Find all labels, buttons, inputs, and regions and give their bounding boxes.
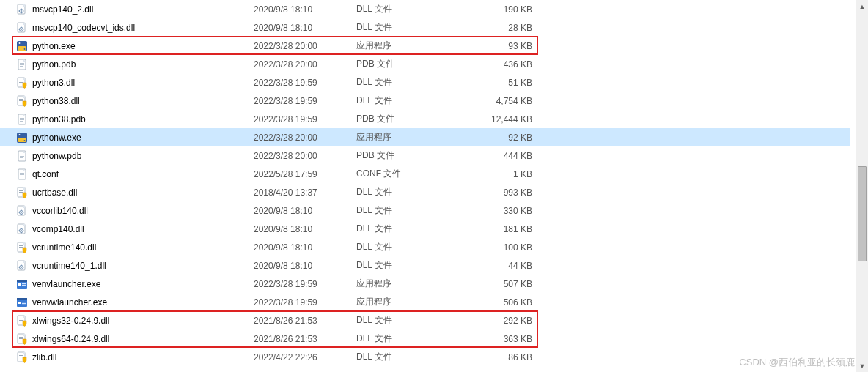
file-type: DLL 文件 xyxy=(356,351,452,363)
file-type: DLL 文件 xyxy=(356,241,452,253)
file-type: DLL 文件 xyxy=(356,76,452,89)
svg-rect-19 xyxy=(20,63,24,64)
file-size: 4,754 KB xyxy=(452,96,540,106)
file-name: python38.pdb xyxy=(32,114,254,124)
svg-rect-15 xyxy=(18,46,26,51)
svg-rect-67 xyxy=(21,264,22,265)
svg-rect-85 xyxy=(19,337,23,338)
python-icon xyxy=(16,40,28,52)
svg-rect-6 xyxy=(23,10,23,11)
file-size: 28 KB xyxy=(452,23,540,33)
svg-rect-72 xyxy=(17,280,27,282)
file-row[interactable]: venvwlauncher.exe2022/3/28 19:59应用程序506 … xyxy=(0,293,850,311)
file-date: 2022/3/28 19:59 xyxy=(254,78,356,88)
svg-point-49 xyxy=(21,212,22,213)
file-row[interactable]: xlwings32-0.24.9.dll2021/8/26 21:53DLL 文… xyxy=(0,311,850,330)
svg-rect-5 xyxy=(18,10,19,11)
python-icon xyxy=(16,132,28,144)
file-row[interactable]: zlib.dll2022/4/22 22:26DLL 文件86 KB xyxy=(0,348,850,366)
file-name: venvlauncher.exe xyxy=(32,279,254,289)
svg-rect-52 xyxy=(18,212,19,212)
svg-rect-20 xyxy=(20,64,24,65)
scrollbar-track[interactable] xyxy=(856,12,868,360)
file-icon xyxy=(16,150,28,162)
file-row[interactable]: python.pdb2022/3/28 20:00PDB 文件436 KB xyxy=(0,55,850,73)
file-date: 2020/9/8 18:10 xyxy=(254,4,356,15)
file-row[interactable]: vcomp140.dll2020/9/8 18:10DLL 文件181 KB xyxy=(0,220,850,238)
file-size: 444 KB xyxy=(452,151,540,161)
file-row[interactable]: python3.dll2022/3/28 19:59DLL 文件51 KB xyxy=(0,73,850,92)
file-size: 363 KB xyxy=(452,334,540,344)
dll-shield-icon xyxy=(16,242,28,253)
dll-icon xyxy=(16,4,28,15)
file-date: 2022/3/28 20:00 xyxy=(254,151,356,161)
file-row[interactable]: xlwings64-0.24.9.dll2021/8/26 21:53DLL 文… xyxy=(0,330,850,348)
svg-rect-88 xyxy=(19,355,23,356)
file-list[interactable]: msvcp140_2.dll2020/9/8 18:10DLL 文件190 KB… xyxy=(0,0,850,372)
file-row[interactable]: pythonw.pdb2022/3/28 20:00PDB 文件444 KB xyxy=(0,146,850,165)
file-date: 2022/3/28 19:59 xyxy=(254,279,356,289)
svg-rect-26 xyxy=(19,99,23,100)
svg-point-2 xyxy=(21,10,22,12)
svg-point-17 xyxy=(24,48,26,50)
svg-rect-82 xyxy=(19,319,23,319)
file-name: msvcp140_codecvt_ids.dll xyxy=(32,23,254,33)
file-date: 2020/9/8 18:10 xyxy=(254,261,356,271)
file-row[interactable]: venvlauncher.exe2022/3/28 19:59应用程序507 K… xyxy=(0,275,850,293)
svg-point-66 xyxy=(21,267,22,268)
svg-rect-21 xyxy=(20,66,23,67)
file-size: 51 KB xyxy=(452,78,540,88)
file-size: 507 KB xyxy=(452,279,540,289)
file-name: venvwlauncher.exe xyxy=(32,297,254,308)
file-name: vccorlib140.dll xyxy=(32,206,254,216)
dll-shield-icon xyxy=(16,315,28,327)
svg-rect-11 xyxy=(21,31,22,31)
exe-icon xyxy=(16,278,28,290)
file-name: zlib.dll xyxy=(32,352,254,362)
file-type: DLL 文件 xyxy=(356,204,452,217)
file-date: 2022/3/28 19:59 xyxy=(254,114,356,124)
file-size: 1 KB xyxy=(452,169,540,179)
file-row[interactable]: ucrtbase.dll2018/4/20 13:37DLL 文件993 KB xyxy=(0,183,850,201)
scroll-down-button[interactable]: ▼ xyxy=(856,360,868,372)
file-row[interactable]: vccorlib140.dll2020/9/8 18:10DLL 文件330 K… xyxy=(0,201,850,220)
svg-point-34 xyxy=(19,134,21,135)
svg-rect-12 xyxy=(18,29,19,29)
svg-rect-43 xyxy=(20,176,23,176)
svg-rect-42 xyxy=(20,174,24,175)
file-row[interactable]: vcruntime140.dll2020/9/8 18:10DLL 文件100 … xyxy=(0,238,850,256)
file-date: 2022/3/28 20:00 xyxy=(254,59,356,70)
vertical-scrollbar[interactable]: ▲ ▼ xyxy=(856,0,868,372)
file-type: PDB 文件 xyxy=(356,58,452,70)
file-type: DLL 文件 xyxy=(356,259,452,272)
dll-icon xyxy=(16,205,28,217)
file-row[interactable]: msvcp140_codecvt_ids.dll2020/9/8 18:10DL… xyxy=(0,18,850,37)
file-name: xlwings32-0.24.9.dll xyxy=(32,316,254,326)
file-row[interactable]: pythonw.exe2022/3/28 20:00应用程序92 KB xyxy=(0,128,850,146)
file-row[interactable]: qt.conf2022/5/28 17:59CONF 文件1 KB xyxy=(0,165,850,183)
file-size: 12,444 KB xyxy=(452,114,540,124)
file-icon xyxy=(16,114,28,125)
file-date: 2022/5/28 17:59 xyxy=(254,169,356,179)
file-type: DLL 文件 xyxy=(356,332,452,345)
file-type: 应用程序 xyxy=(356,40,452,52)
scroll-up-button[interactable]: ▲ xyxy=(856,0,868,12)
file-row[interactable]: python38.dll2022/3/28 19:59DLL 文件4,754 K… xyxy=(0,92,850,110)
file-row[interactable]: python38.pdb2022/3/28 19:59PDB 文件12,444 … xyxy=(0,110,850,128)
svg-rect-53 xyxy=(23,212,23,212)
dll-shield-icon xyxy=(16,95,28,107)
dll-shield-icon xyxy=(16,333,28,345)
file-date: 2022/3/28 20:00 xyxy=(254,133,356,143)
file-row[interactable]: msvcp140_2.dll2020/9/8 18:10DLL 文件190 KB xyxy=(0,0,850,18)
svg-rect-13 xyxy=(23,29,23,29)
svg-rect-78 xyxy=(18,302,21,304)
file-size: 436 KB xyxy=(452,59,540,70)
file-name: pythonw.exe xyxy=(32,133,254,143)
file-row[interactable]: python.exe2022/3/28 20:00应用程序93 KB xyxy=(0,37,850,55)
file-type: DLL 文件 xyxy=(356,223,452,235)
file-size: 190 KB xyxy=(452,4,540,15)
scrollbar-thumb[interactable] xyxy=(858,166,867,261)
file-size: 93 KB xyxy=(452,41,540,51)
dll-icon xyxy=(16,260,28,272)
file-row[interactable]: vcruntime140_1.dll2020/9/8 18:10DLL 文件44… xyxy=(0,256,850,275)
